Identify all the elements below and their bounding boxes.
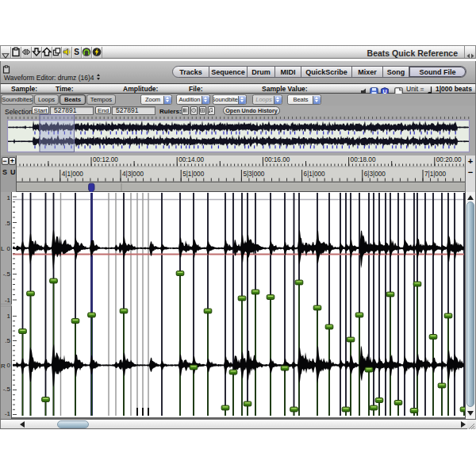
svg-text:6|3|000: 6|3|000	[364, 171, 386, 178]
svg-text:4|3|000: 4|3|000	[122, 171, 144, 178]
svg-text:5|3|000: 5|3|000	[243, 171, 264, 178]
svg-text:00:18.00: 00:18.00	[351, 156, 376, 163]
svg-text:00:20.00: 00:20.00	[436, 156, 462, 163]
svg-text:6|1|000: 6|1|000	[304, 171, 325, 178]
svg-text:00:14.00: 00:14.00	[178, 156, 204, 163]
svg-text:5|1|000: 5|1|000	[182, 171, 204, 178]
svg-text:7|1|000: 7|1|000	[424, 171, 446, 178]
svg-text:4|1|000: 4|1|000	[62, 171, 83, 178]
svg-text:00:12.00: 00:12.00	[93, 156, 118, 163]
svg-text:00:16.00: 00:16.00	[264, 156, 290, 163]
svg-text:S: S	[74, 48, 79, 56]
